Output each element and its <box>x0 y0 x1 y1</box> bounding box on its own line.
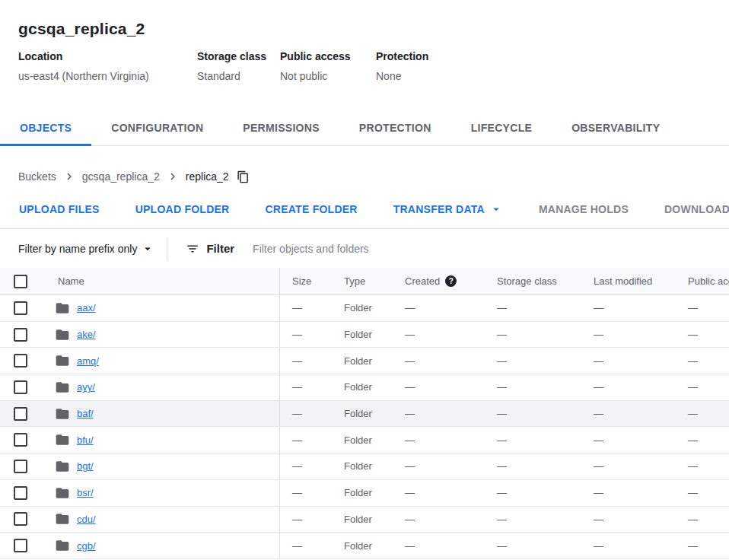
bucket-detail: Protection None <box>376 50 711 82</box>
breadcrumb-bucket-link[interactable]: gcsqa_replica_2 <box>82 170 160 183</box>
folder-icon <box>55 406 70 422</box>
row-type: Folder <box>332 507 393 533</box>
row-checkbox[interactable] <box>14 460 27 473</box>
row-size: — <box>280 453 332 479</box>
tab[interactable]: LIFECYCLE <box>451 110 552 145</box>
tab-label: OBSERVABILITY <box>571 122 660 134</box>
breadcrumb-buckets-link[interactable]: Buckets <box>18 170 56 183</box>
select-all-checkbox[interactable] <box>14 275 27 288</box>
table-header-row: Name Size Type Created ? Storage class L… <box>0 268 729 295</box>
table-row: bsr/ — Folder — — — — <box>0 480 729 507</box>
tab-label: CONFIGURATION <box>111 122 203 134</box>
toolbar-button-label: MANAGE HOLDS <box>539 203 629 215</box>
tab[interactable]: PROTECTION <box>339 110 451 145</box>
row-public-access: — <box>676 480 729 506</box>
filter-label: Filter <box>206 242 234 255</box>
row-checkbox-cell <box>0 453 43 479</box>
row-last-modified: — <box>581 322 676 348</box>
row-checkbox[interactable] <box>14 512 27 526</box>
toolbar-button[interactable]: UPLOAD FOLDER <box>123 196 242 223</box>
row-created: — <box>393 427 485 453</box>
row-checkbox[interactable] <box>14 539 27 552</box>
detail-value: Standard <box>197 70 280 82</box>
breadcrumb: Buckets gcsqa_replica_2 replica_2 <box>0 146 729 183</box>
folder-link[interactable]: ayy/ <box>77 381 95 393</box>
row-storage-class: — <box>485 533 581 558</box>
breadcrumb-current: replica_2 <box>186 170 229 183</box>
row-storage-class: — <box>485 322 581 348</box>
row-created: — <box>393 533 485 558</box>
row-checkbox[interactable] <box>14 328 27 342</box>
table-body: aax/ — Folder — — — — ake/ <box>0 295 729 559</box>
row-checkbox-cell <box>0 401 43 427</box>
row-checkbox[interactable] <box>14 486 27 500</box>
filter-input[interactable] <box>253 243 711 255</box>
row-type: Folder <box>332 348 393 374</box>
row-public-access: — <box>676 295 729 321</box>
chevron-down-icon <box>141 242 154 256</box>
row-checkbox[interactable] <box>14 407 27 421</box>
tab[interactable]: OBSERVABILITY <box>552 110 680 145</box>
folder-link[interactable]: cgb/ <box>77 540 96 552</box>
row-type: Folder <box>332 401 393 427</box>
column-header-created: Created ? <box>393 268 485 294</box>
folder-link[interactable]: bgt/ <box>77 460 94 472</box>
row-checkbox[interactable] <box>14 301 27 315</box>
row-last-modified: — <box>581 507 676 533</box>
folder-link[interactable]: bfu/ <box>77 434 94 446</box>
toolbar-button-label: DOWNLOAD <box>664 203 729 215</box>
row-name-cell: baf/ <box>43 401 280 427</box>
row-size: — <box>280 401 332 427</box>
table-row: cdu/ — Folder — — — — <box>0 507 729 533</box>
row-public-access: — <box>676 533 729 558</box>
folder-link[interactable]: aax/ <box>77 302 96 313</box>
row-size: — <box>280 322 332 348</box>
tab[interactable]: PERMISSIONS <box>223 110 339 145</box>
help-icon[interactable]: ? <box>445 275 457 287</box>
row-public-access: — <box>676 453 729 479</box>
tab-label: PERMISSIONS <box>243 122 320 134</box>
chevron-down-icon <box>489 202 503 216</box>
row-storage-class: — <box>485 401 581 427</box>
folder-link[interactable]: bsr/ <box>77 487 94 498</box>
table-row: baf/ — Folder — — — — <box>0 401 729 428</box>
row-storage-class: — <box>485 427 581 453</box>
row-created: — <box>393 295 485 321</box>
row-public-access: — <box>676 427 729 453</box>
row-size: — <box>280 533 332 558</box>
row-type: Folder <box>332 427 393 453</box>
table-row: aax/ — Folder — — — — <box>0 295 729 322</box>
tab[interactable]: OBJECTS <box>0 110 91 145</box>
filter-scope-dropdown[interactable]: Filter by name prefix only <box>18 242 154 256</box>
copy-icon[interactable] <box>237 170 250 183</box>
row-last-modified: — <box>581 453 676 479</box>
row-checkbox[interactable] <box>14 354 27 368</box>
table-row: bgt/ — Folder — — — — <box>0 453 729 480</box>
folder-link[interactable]: ake/ <box>77 329 96 340</box>
toolbar-button[interactable]: MANAGE HOLDS <box>527 196 641 223</box>
chevron-right-icon <box>166 170 180 183</box>
toolbar-button[interactable]: UPLOAD FILES <box>7 196 112 223</box>
folder-link[interactable]: cdu/ <box>77 514 96 525</box>
toolbar-button[interactable]: TRANSFER DATA <box>381 196 515 223</box>
bucket-detail: Public access Not public <box>280 50 376 82</box>
row-checkbox-cell <box>0 322 43 348</box>
column-header-public-access: Public access <box>676 268 729 294</box>
row-type: Folder <box>332 295 393 321</box>
toolbar-button[interactable]: CREATE FOLDER <box>253 196 369 223</box>
row-size: — <box>280 295 332 321</box>
column-header-name: Name <box>43 268 280 294</box>
toolbar-button[interactable]: DOWNLOAD <box>652 196 729 223</box>
row-created: — <box>393 374 485 400</box>
folder-link[interactable]: baf/ <box>77 408 94 419</box>
row-storage-class: — <box>485 374 581 400</box>
tab[interactable]: CONFIGURATION <box>91 110 223 145</box>
row-storage-class: — <box>485 480 581 506</box>
table-row: amq/ — Folder — — — — <box>0 348 729 374</box>
row-checkbox[interactable] <box>14 433 27 447</box>
row-checkbox[interactable] <box>14 380 27 394</box>
folder-link[interactable]: amq/ <box>77 355 99 367</box>
row-checkbox-cell <box>0 295 43 321</box>
row-last-modified: — <box>581 374 676 400</box>
table-row: ake/ — Folder — — — — <box>0 322 729 348</box>
